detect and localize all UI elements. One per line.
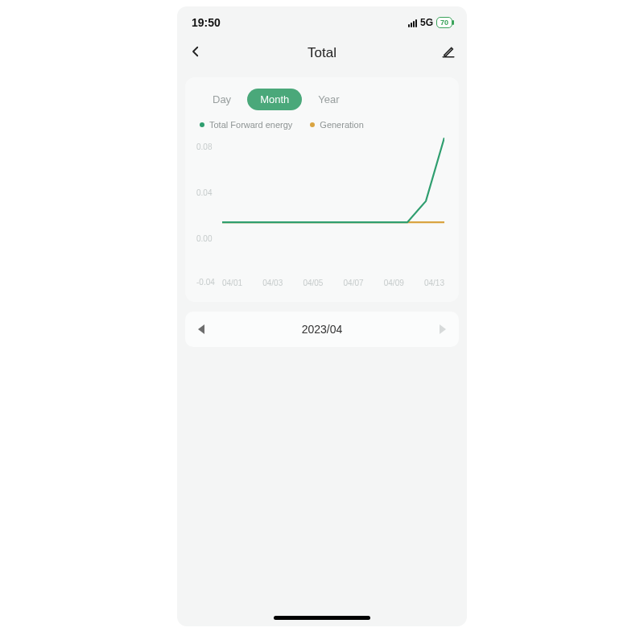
nav-bar: Total bbox=[177, 34, 467, 72]
legend-generation: Generation bbox=[310, 120, 363, 130]
legend-forward-label: Total Forward energy bbox=[209, 120, 292, 130]
network-label: 5G bbox=[420, 17, 433, 28]
chart-svg bbox=[222, 138, 444, 265]
y-tick: 0.08 bbox=[196, 142, 212, 151]
edit-button[interactable] bbox=[441, 44, 456, 62]
next-month-button[interactable] bbox=[440, 324, 446, 334]
x-tick: 04/09 bbox=[384, 279, 404, 287]
x-tick: 04/07 bbox=[344, 279, 364, 287]
dot-icon bbox=[310, 122, 315, 127]
signal-icon bbox=[408, 18, 417, 27]
date-value[interactable]: 2023/04 bbox=[302, 323, 343, 336]
tab-day[interactable]: Day bbox=[200, 89, 244, 110]
status-right: 5G 70 bbox=[408, 17, 452, 28]
prev-month-button[interactable] bbox=[198, 324, 204, 334]
x-tick: 04/13 bbox=[424, 279, 444, 287]
x-tick: 04/05 bbox=[303, 279, 323, 287]
x-tick: 04/03 bbox=[262, 279, 283, 287]
x-tick: 04/01 bbox=[222, 279, 242, 287]
battery-icon: 70 bbox=[436, 17, 452, 28]
tab-month[interactable]: Month bbox=[247, 89, 302, 110]
dot-icon bbox=[200, 122, 204, 127]
tab-year[interactable]: Year bbox=[305, 89, 352, 110]
pencil-icon bbox=[441, 44, 456, 59]
page-title: Total bbox=[308, 45, 336, 61]
home-indicator bbox=[274, 616, 370, 620]
y-tick: -0.04 bbox=[196, 277, 215, 286]
status-time: 19:50 bbox=[192, 16, 221, 29]
legend-forward: Total Forward energy bbox=[200, 120, 292, 130]
chart-legend: Total Forward energy Generation bbox=[195, 120, 449, 130]
chart-area: 0.08 0.04 0.00 -0.04 04/01 04/03 04/05 0… bbox=[195, 138, 449, 291]
x-ticks: 04/01 04/03 04/05 04/07 04/09 04/13 bbox=[222, 279, 444, 287]
date-picker: 2023/04 bbox=[185, 312, 459, 347]
chart-card: Day Month Year Total Forward energy Gene… bbox=[185, 77, 459, 302]
chevron-left-icon bbox=[188, 44, 203, 59]
y-tick: 0.04 bbox=[196, 188, 212, 197]
status-bar: 19:50 5G 70 bbox=[177, 11, 467, 34]
legend-generation-label: Generation bbox=[320, 120, 363, 130]
phone-frame: 19:50 5G 70 Total Day Month Year bbox=[177, 6, 467, 626]
back-button[interactable] bbox=[188, 44, 203, 62]
range-tabs: Day Month Year bbox=[195, 89, 449, 110]
y-tick: 0.00 bbox=[196, 234, 212, 243]
